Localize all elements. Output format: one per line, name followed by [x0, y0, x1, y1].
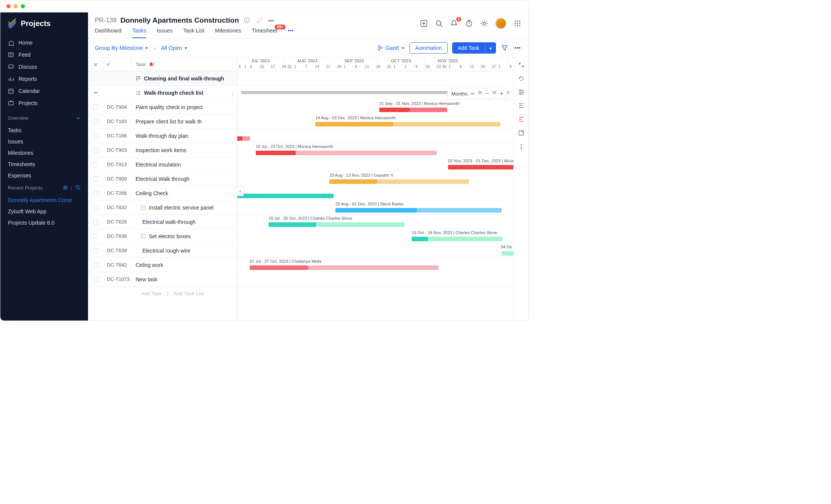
gantt-bar-remaining[interactable] — [417, 208, 502, 213]
sort-icon[interactable]: ↓ — [231, 90, 234, 96]
gantt-bar-remaining[interactable] — [316, 222, 405, 227]
search-mini-icon[interactable] — [75, 185, 80, 190]
task-row[interactable]: DC-T1073New task — [88, 272, 237, 287]
task-checkbox[interactable] — [93, 248, 98, 253]
window-close-dot[interactable] — [6, 4, 11, 8]
gear-icon[interactable] — [480, 19, 488, 28]
more-icon[interactable]: ••• — [267, 16, 275, 25]
task-row[interactable]: DC-T266Ceiling Check — [88, 186, 237, 200]
overview-issues[interactable]: Issues — [0, 136, 88, 147]
overview-milestones[interactable]: Milestones — [0, 147, 88, 159]
sidebar-item-projects[interactable]: Projects — [0, 97, 88, 109]
task-checkbox[interactable] — [93, 162, 98, 167]
task-row[interactable]: DC-T903Inspection work items — [88, 143, 237, 157]
id-header[interactable]: # — [103, 58, 132, 71]
recent-project[interactable]: Projects Update 8.0 — [0, 217, 88, 228]
add-task-button[interactable]: Add Task — [452, 42, 485, 54]
task-checkbox[interactable] — [93, 119, 98, 124]
recent-project[interactable]: Donnelly Apartments Const — [0, 194, 88, 206]
task-row[interactable]: DC-T626Electrical walk-through — [88, 215, 237, 229]
task-checkbox[interactable] — [93, 105, 98, 110]
task-checkbox[interactable] — [93, 277, 98, 282]
overview-tasks[interactable]: Tasks — [0, 125, 88, 136]
gantt-bar-progress[interactable] — [237, 194, 334, 198]
note-icon[interactable] — [518, 129, 525, 136]
task-header[interactable]: Task — [136, 62, 146, 67]
task-checkbox[interactable] — [93, 234, 98, 239]
app-logo[interactable]: Projects — [0, 12, 88, 34]
task-row[interactable]: DC-T642Celing work — [88, 258, 237, 272]
filter-icon[interactable] — [500, 44, 509, 52]
task-row[interactable]: DC-T186Walk-through day plan — [88, 129, 237, 143]
gantt-bar-progress[interactable] — [256, 151, 296, 155]
gantt-bar-remaining[interactable] — [243, 136, 250, 141]
gantt-bar-progress[interactable] — [335, 208, 417, 213]
add-icon[interactable] — [420, 19, 428, 28]
tab-timesheet[interactable]: Timesheet99+ — [252, 28, 277, 38]
group-by-selector[interactable]: Group By Milestone ▼ — [95, 45, 148, 51]
gantt-bar-remaining[interactable] — [308, 265, 439, 270]
expand-icon[interactable] — [518, 62, 525, 68]
task-checkbox[interactable] — [93, 148, 98, 153]
expand-icon[interactable] — [88, 91, 103, 95]
task-checkbox[interactable] — [93, 219, 98, 225]
task-row[interactable]: DC-T913Electrical insulation — [88, 157, 237, 172]
bell-icon[interactable]: 9 — [450, 19, 458, 28]
zoom-out-button[interactable]: − — [482, 88, 493, 99]
sidebar-item-calendar[interactable]: Calendar — [0, 85, 88, 97]
gantt-bar-remaining[interactable] — [296, 151, 437, 155]
task-row[interactable]: DC-T639Electrical rough-wire — [88, 244, 237, 258]
gantt-bar-progress[interactable] — [250, 265, 308, 270]
sidebar-item-feed[interactable]: Feed — [0, 49, 88, 61]
tab-milestones[interactable]: Milestones — [215, 28, 241, 38]
gantt-bar-remaining[interactable] — [428, 237, 502, 241]
collapse-all-icon[interactable] — [88, 58, 103, 71]
task-row[interactable]: DC-T909Electrical Walk through — [88, 172, 237, 186]
critical-path-icon[interactable] — [518, 116, 525, 123]
sliders-icon[interactable] — [518, 89, 525, 96]
task-checkbox[interactable] — [93, 205, 98, 210]
apps-icon[interactable] — [513, 19, 522, 28]
gantt-bar-progress[interactable] — [315, 122, 393, 126]
gantt-bar-progress[interactable] — [269, 222, 316, 227]
timer-icon[interactable] — [465, 19, 473, 28]
more-rail-icon[interactable]: ⋮ — [518, 143, 524, 150]
task-checkbox[interactable] — [93, 176, 98, 182]
sidebar-item-discuss[interactable]: Discuss — [0, 61, 88, 73]
gantt-bar-remaining[interactable] — [393, 122, 500, 126]
recent-project[interactable]: Zylsoft Web App — [0, 206, 88, 217]
gantt-bar-progress[interactable] — [379, 108, 410, 112]
more-toolbar-icon[interactable]: ••• — [513, 44, 522, 52]
gantt-bar-remaining[interactable] — [410, 108, 447, 112]
view-selector[interactable]: Gantt ▼ — [377, 45, 405, 51]
settings-mini-icon[interactable] — [63, 185, 68, 190]
tab-more[interactable]: ••• — [288, 28, 293, 38]
task-checkbox[interactable] — [93, 262, 98, 268]
search-icon[interactable] — [435, 19, 443, 28]
sidebar-overview-header[interactable]: Overview — [0, 111, 88, 125]
tab-task-list[interactable]: Task List — [183, 28, 204, 38]
gantt-bar-remaining[interactable] — [377, 179, 469, 184]
collapse-handle[interactable]: ‹ — [237, 186, 244, 196]
overview-timesheets[interactable]: Timesheets — [0, 159, 88, 170]
window-min-dot[interactable] — [14, 4, 18, 8]
footer-add-list[interactable]: Add Task List — [174, 291, 204, 296]
window-max-dot[interactable] — [21, 4, 25, 8]
task-row[interactable]: DC-T183Prepare client list for walk th — [88, 114, 237, 129]
add-task-dropdown[interactable]: ▼ — [485, 42, 496, 54]
zoom-in-button[interactable]: + — [496, 88, 507, 99]
user-avatar[interactable] — [495, 18, 507, 29]
task-row[interactable]: DC-T632Install electric service panel — [88, 200, 237, 215]
tab-tasks[interactable]: Tasks — [132, 28, 146, 38]
align-icon[interactable] — [518, 102, 525, 109]
gantt-bar-progress[interactable] — [329, 179, 377, 184]
task-row[interactable]: DC-T638Set electric boxes — [88, 229, 237, 244]
task-row[interactable]: DC-T904Paint quality check in project — [88, 100, 237, 114]
footer-add-task[interactable]: Add Task — [141, 291, 162, 296]
sidebar-item-home[interactable]: Home — [0, 37, 88, 49]
undo-icon[interactable] — [518, 75, 525, 82]
info-icon[interactable]: ⓘ — [243, 16, 251, 25]
gantt-bar-progress[interactable] — [502, 251, 513, 256]
filter-selector[interactable]: All Open ▼ — [161, 45, 188, 51]
sidebar-item-reports[interactable]: Reports — [0, 73, 88, 85]
